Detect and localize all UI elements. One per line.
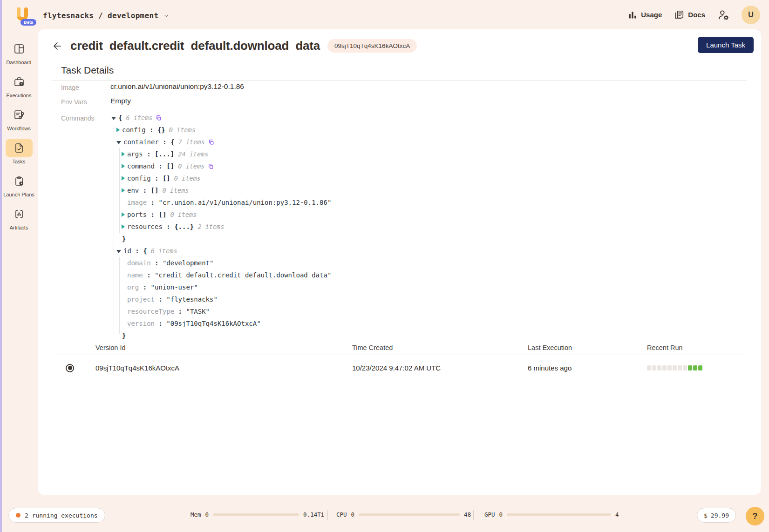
json-tree-row: args : [...] 24 items <box>110 148 623 160</box>
env-vars-label: Env Vars <box>61 98 87 106</box>
meter-divider <box>327 510 328 520</box>
sidebar-item-label: Executions <box>7 93 32 99</box>
json-value: "union-user" <box>151 283 198 291</box>
sidebar-item-tasks[interactable]: Tasks <box>3 139 35 165</box>
beta-badge: Beta <box>20 19 36 26</box>
user-settings-button[interactable] <box>717 9 729 21</box>
gpu-meter-min: 0 <box>499 511 503 518</box>
collapse-icon[interactable] <box>116 141 121 144</box>
expand-icon[interactable] <box>122 224 125 229</box>
json-tree-row: id : { 6 items <box>110 245 623 257</box>
indent-guide <box>114 124 114 334</box>
json-brace: { <box>170 138 174 146</box>
run-square-success <box>688 365 692 370</box>
json-value: "TASK" <box>186 308 210 315</box>
version-badge: 09sjT10qTq4sK16kAOtxcA <box>327 39 417 53</box>
expand-icon[interactable] <box>122 212 125 217</box>
usage-link[interactable]: Usage <box>628 10 662 20</box>
arrow-left-icon <box>52 40 63 52</box>
page-title: credit_default.credit_default.download_d… <box>70 39 320 53</box>
image-label: Image <box>61 84 79 91</box>
cpu-meter-min: 0 <box>351 511 355 518</box>
json-tree-row: domain : "development" <box>110 257 623 269</box>
help-button[interactable]: ? <box>746 507 764 525</box>
json-brace: [] <box>158 211 166 218</box>
memory-meter-label: Mem <box>191 511 201 518</box>
table-row: 09sjT10qTq4sK16kAOtxcA 10/23/2024 9:47:0… <box>38 355 761 381</box>
sidebar: Dashboard Executions Workflows Tasks Lau… <box>0 29 38 238</box>
json-key: env <box>127 187 139 194</box>
json-tree-row: container : { 7 items <box>110 136 623 148</box>
collapse-icon[interactable] <box>111 117 116 120</box>
json-items-count: 0 items <box>166 211 197 218</box>
json-tree-row: } <box>110 330 623 340</box>
cpu-meter: CPU 0 48 <box>336 511 471 518</box>
json-items-count: 6 items <box>122 114 152 121</box>
json-key: command <box>127 162 155 170</box>
indent-guide <box>119 148 120 233</box>
topbar: Beta flytesnacks / development Usage Doc… <box>0 0 769 29</box>
sidebar-item-dashboard[interactable]: Dashboard <box>3 40 35 66</box>
json-items-count: 2 items <box>194 223 224 230</box>
table-header-row: Version Id Time Created Last Execution R… <box>38 340 761 355</box>
json-value: "09sjT10qTq4sK16kAOtxcA" <box>166 320 260 327</box>
launch-plans-icon <box>14 175 25 187</box>
sidebar-item-workflows[interactable]: Workflows <box>3 106 35 132</box>
sidebar-item-executions[interactable]: Executions <box>3 73 35 99</box>
copy-icon[interactable] <box>156 115 162 121</box>
json-key: domain <box>127 259 151 267</box>
json-tree-row: image : "cr.union.ai/v1/unionai/union:py… <box>110 196 623 209</box>
avatar[interactable]: U <box>742 6 760 24</box>
gpu-meter-label: GPU <box>484 511 495 518</box>
json-items-count: 6 items <box>147 247 177 255</box>
json-tree-row: env : [] 0 items <box>110 184 623 196</box>
json-tree-row: { 6 items <box>110 112 623 124</box>
sidebar-item-launch-plans[interactable]: Launch Plans <box>3 172 35 198</box>
memory-meter-max: 0.14Ti <box>303 511 324 518</box>
window-edge-strip <box>0 0 2 532</box>
json-tree-row: command : [] 0 items <box>110 160 623 172</box>
json-tree-row: config : {} 0 items <box>110 124 623 136</box>
memory-meter-min: 0 <box>205 511 209 518</box>
json-brace: { <box>143 247 147 255</box>
version-radio[interactable] <box>66 364 74 372</box>
json-tree-row: org : "union-user" <box>110 281 623 293</box>
expand-icon[interactable] <box>116 128 120 132</box>
sidebar-item-label: Tasks <box>12 159 25 165</box>
collapse-icon[interactable] <box>116 250 121 253</box>
json-tree-row: resources : {...} 2 items <box>110 221 623 233</box>
json-brace: {...} <box>174 223 194 230</box>
json-value: "cr.union.ai/v1/unionai/union:py3.12-0.1… <box>158 199 331 206</box>
json-tree-row: project : "flytesnacks" <box>110 293 623 305</box>
json-value: "credit_default.credit_default.download_… <box>155 271 331 279</box>
expand-icon[interactable] <box>122 152 125 156</box>
person-gear-icon <box>717 9 729 21</box>
sidebar-item-artifacts[interactable]: Artifacts <box>3 205 35 231</box>
chevron-down-icon[interactable] <box>163 13 170 19</box>
col-header-time-created: Time Created <box>352 344 528 351</box>
json-value: "flytesnacks" <box>166 296 218 303</box>
run-square-empty <box>683 365 687 370</box>
json-key: args <box>127 150 143 158</box>
memory-meter-bar <box>213 513 299 516</box>
back-button[interactable] <box>52 40 63 52</box>
running-executions-chip[interactable]: 2 running executions <box>8 508 105 523</box>
json-key: config <box>122 126 146 134</box>
expand-icon[interactable] <box>122 176 125 181</box>
launch-task-button[interactable]: Launch Task <box>698 37 754 53</box>
json-items-count: 24 items <box>174 150 208 158</box>
main-card: credit_default.credit_default.download_d… <box>38 29 761 495</box>
copy-icon[interactable] <box>208 139 214 145</box>
expand-icon[interactable] <box>122 188 125 193</box>
copy-icon[interactable] <box>208 163 214 169</box>
json-key: config <box>127 175 151 182</box>
breadcrumb[interactable]: flytesnacks / development <box>43 11 170 20</box>
docs-link[interactable]: Docs <box>674 10 705 20</box>
col-header-version-id: Version Id <box>95 344 352 351</box>
cell-last-execution: 6 minutes ago <box>528 364 647 372</box>
json-key: org <box>127 283 139 291</box>
run-square-empty <box>678 365 682 370</box>
cost-chip[interactable]: $ 29.99 <box>697 508 736 523</box>
dashboard-icon <box>14 43 25 54</box>
expand-icon[interactable] <box>122 164 125 168</box>
